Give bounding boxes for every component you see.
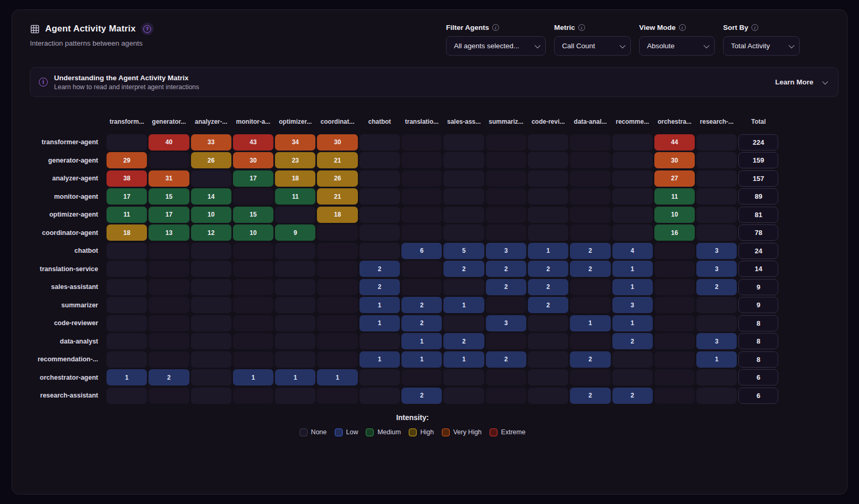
matrix-cell-empty[interactable] xyxy=(317,333,357,349)
matrix-cell[interactable]: 17 xyxy=(107,188,147,205)
matrix-cell-empty[interactable] xyxy=(654,369,695,385)
matrix-cell-empty[interactable] xyxy=(107,279,147,295)
matrix-cell-empty[interactable] xyxy=(401,188,442,205)
matrix-cell[interactable]: 3 xyxy=(612,297,653,313)
matrix-cell-empty[interactable] xyxy=(570,170,610,187)
matrix-cell[interactable]: 18 xyxy=(275,170,315,187)
matrix-cell[interactable]: 15 xyxy=(233,207,273,223)
matrix-cell[interactable]: 1 xyxy=(570,315,610,331)
matrix-cell-empty[interactable] xyxy=(528,224,568,241)
matrix-cell-empty[interactable] xyxy=(191,351,231,368)
matrix-cell[interactable]: 1 xyxy=(401,333,442,349)
matrix-cell-empty[interactable] xyxy=(149,243,189,259)
matrix-cell-empty[interactable] xyxy=(275,315,315,331)
matrix-cell-empty[interactable] xyxy=(486,152,526,168)
matrix-cell[interactable]: 2 xyxy=(486,279,526,295)
matrix-cell-empty[interactable] xyxy=(486,369,526,385)
matrix-cell[interactable]: 23 xyxy=(275,152,315,168)
matrix-cell[interactable]: 4 xyxy=(612,243,653,259)
matrix-cell-empty[interactable] xyxy=(191,369,231,385)
matrix-cell-empty[interactable] xyxy=(612,207,653,223)
matrix-cell[interactable]: 44 xyxy=(654,134,695,151)
matrix-cell-empty[interactable] xyxy=(486,224,526,241)
matrix-cell[interactable]: 2 xyxy=(612,388,653,404)
matrix-cell-empty[interactable] xyxy=(696,152,737,168)
help-button[interactable]: ? xyxy=(141,23,154,35)
matrix-cell-empty[interactable] xyxy=(528,351,568,368)
matrix-cell[interactable]: 1 xyxy=(401,351,442,368)
matrix-cell-empty[interactable] xyxy=(107,297,147,313)
matrix-cell[interactable]: 30 xyxy=(233,152,273,168)
matrix-cell-empty[interactable] xyxy=(317,297,357,313)
matrix-cell-empty[interactable] xyxy=(233,351,273,368)
matrix-cell[interactable]: 2 xyxy=(528,279,568,295)
matrix-cell-empty[interactable] xyxy=(359,388,400,404)
matrix-cell[interactable]: 3 xyxy=(696,261,737,277)
matrix-cell-empty[interactable] xyxy=(275,351,315,368)
matrix-cell-empty[interactable] xyxy=(486,170,526,187)
info-banner[interactable]: i Understanding the Agent Activity Matri… xyxy=(30,67,839,97)
matrix-cell-empty[interactable] xyxy=(191,297,231,313)
matrix-cell-empty[interactable] xyxy=(275,243,315,259)
matrix-cell[interactable]: 2 xyxy=(528,261,568,277)
matrix-cell-empty[interactable] xyxy=(233,279,273,295)
matrix-cell-empty[interactable] xyxy=(191,243,231,259)
matrix-cell-empty[interactable] xyxy=(191,170,231,187)
matrix-cell[interactable]: 15 xyxy=(149,188,189,205)
matrix-cell[interactable]: 1 xyxy=(612,279,653,295)
matrix-cell-empty[interactable] xyxy=(612,224,653,241)
matrix-cell-empty[interactable] xyxy=(191,315,231,331)
matrix-cell-empty[interactable] xyxy=(317,279,357,295)
matrix-cell-empty[interactable] xyxy=(317,388,357,404)
matrix-cell-empty[interactable] xyxy=(191,261,231,277)
matrix-cell[interactable]: 43 xyxy=(233,134,273,151)
matrix-cell-empty[interactable] xyxy=(612,188,653,205)
matrix-cell-empty[interactable] xyxy=(359,224,400,241)
matrix-cell[interactable]: 1 xyxy=(233,369,273,385)
matrix-cell-empty[interactable] xyxy=(654,333,695,349)
matrix-cell-empty[interactable] xyxy=(233,188,273,205)
matrix-cell-empty[interactable] xyxy=(570,188,610,205)
matrix-cell-empty[interactable] xyxy=(401,134,442,151)
matrix-cell[interactable]: 38 xyxy=(107,170,147,187)
matrix-cell-empty[interactable] xyxy=(317,315,357,331)
matrix-cell-empty[interactable] xyxy=(401,279,442,295)
matrix-cell-empty[interactable] xyxy=(149,388,189,404)
matrix-cell[interactable]: 2 xyxy=(570,261,610,277)
matrix-cell-empty[interactable] xyxy=(359,207,400,223)
matrix-cell-empty[interactable] xyxy=(528,188,568,205)
matrix-cell[interactable]: 17 xyxy=(233,170,273,187)
matrix-cell-empty[interactable] xyxy=(612,369,653,385)
matrix-cell-empty[interactable] xyxy=(107,315,147,331)
matrix-cell[interactable]: 3 xyxy=(486,243,526,259)
matrix-cell-empty[interactable] xyxy=(570,207,610,223)
matrix-cell-empty[interactable] xyxy=(443,224,484,241)
matrix-cell[interactable]: 9 xyxy=(275,224,315,241)
matrix-cell[interactable]: 1 xyxy=(317,369,357,385)
matrix-cell[interactable]: 2 xyxy=(359,261,400,277)
matrix-cell-empty[interactable] xyxy=(317,351,357,368)
matrix-cell-empty[interactable] xyxy=(359,152,400,168)
matrix-cell[interactable]: 1 xyxy=(107,369,147,385)
matrix-cell[interactable]: 3 xyxy=(486,315,526,331)
matrix-cell-empty[interactable] xyxy=(149,297,189,313)
matrix-cell-empty[interactable] xyxy=(359,134,400,151)
matrix-cell-empty[interactable] xyxy=(401,369,442,385)
matrix-cell[interactable]: 14 xyxy=(191,188,231,205)
view-mode-dropdown[interactable]: Absolute xyxy=(639,36,715,56)
matrix-cell[interactable]: 2 xyxy=(696,279,737,295)
matrix-cell[interactable]: 11 xyxy=(275,188,315,205)
matrix-cell[interactable]: 30 xyxy=(654,152,695,168)
matrix-cell[interactable]: 1 xyxy=(612,261,653,277)
matrix-cell-empty[interactable] xyxy=(528,170,568,187)
matrix-cell[interactable]: 29 xyxy=(107,152,147,168)
matrix-cell-empty[interactable] xyxy=(696,170,737,187)
matrix-cell[interactable]: 2 xyxy=(570,351,610,368)
matrix-cell[interactable]: 5 xyxy=(443,243,484,259)
matrix-cell-empty[interactable] xyxy=(233,261,273,277)
matrix-cell-empty[interactable] xyxy=(191,333,231,349)
matrix-cell[interactable]: 1 xyxy=(275,369,315,385)
matrix-cell-empty[interactable] xyxy=(443,279,484,295)
matrix-cell-empty[interactable] xyxy=(275,207,315,223)
matrix-cell[interactable]: 2 xyxy=(570,243,610,259)
